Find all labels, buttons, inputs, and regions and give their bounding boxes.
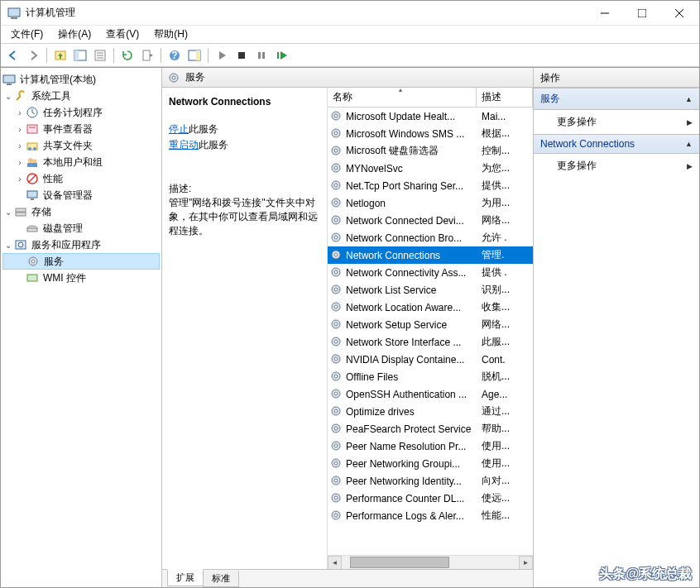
close-button[interactable]	[660, 1, 698, 25]
scroll-right-button[interactable]: ►	[519, 556, 533, 570]
service-desc: 控制...	[478, 144, 533, 158]
stop-service-button[interactable]	[233, 46, 251, 65]
stop-link[interactable]: 停止	[169, 123, 189, 135]
service-row[interactable]: Microsoft 键盘筛选器控制...	[328, 142, 533, 160]
svg-point-87	[334, 444, 338, 447]
collapse-icon[interactable]: ⌄	[2, 92, 14, 101]
refresh-button[interactable]	[118, 46, 137, 65]
service-name: MYNovelSvc	[346, 163, 478, 174]
start-service-button[interactable]	[213, 46, 231, 65]
service-row[interactable]: Peer Networking Groupi...使用...	[328, 455, 533, 472]
help-button[interactable]: ?	[165, 46, 184, 65]
tree-services-apps[interactable]: ⌄ 服务和应用程序	[2, 237, 160, 253]
show-hide-action-button[interactable]	[185, 46, 204, 65]
expand-icon[interactable]: ›	[14, 108, 26, 117]
service-row[interactable]: Microsoft Update Healt...Mai...	[328, 108, 533, 125]
up-button[interactable]	[51, 46, 70, 65]
maximize-button[interactable]	[623, 1, 660, 25]
tree-disk-mgmt[interactable]: 磁盘管理	[2, 220, 160, 237]
action-more-selected[interactable]: 更多操作 ▶	[534, 154, 699, 178]
service-row[interactable]: Microsoft Windows SMS ...根据...	[328, 125, 533, 142]
tree-system-tools[interactable]: ⌄ 系统工具	[2, 88, 160, 104]
gear-icon	[330, 388, 343, 401]
export-button[interactable]	[138, 46, 156, 65]
expand-icon[interactable]: ›	[14, 158, 26, 167]
service-row[interactable]: Network Connection Bro...允许 .	[328, 229, 533, 246]
column-name[interactable]: 名称	[328, 88, 477, 107]
service-row[interactable]: MYNovelSvc为您...	[328, 160, 533, 177]
service-row[interactable]: Network Setup Service网络...	[328, 316, 533, 333]
show-hide-tree-button[interactable]	[71, 46, 89, 65]
tab-extended[interactable]: 扩展	[167, 569, 204, 586]
menu-file[interactable]: 文件(F)	[4, 26, 50, 43]
service-row[interactable]: PeaFSearch Protect Service帮助...	[328, 420, 533, 437]
tree-local-users[interactable]: › 本地用户和组	[2, 154, 160, 170]
action-label: 更多操作	[557, 115, 597, 129]
menu-help[interactable]: 帮助(H)	[147, 26, 194, 43]
service-row[interactable]: Network Connected Devi...网络...	[328, 212, 533, 229]
service-row[interactable]: Network Connectivity Ass...提供 .	[328, 264, 533, 281]
tree-services[interactable]: 服务	[2, 253, 160, 270]
service-row[interactable]: Network Location Aware...收集...	[328, 299, 533, 316]
gear-icon	[330, 301, 343, 314]
service-row[interactable]: Performance Counter DL...使远...	[328, 490, 533, 507]
tree-task-scheduler[interactable]: › 任务计划程序	[2, 104, 160, 121]
tree-label: 本地用户和组	[41, 155, 103, 170]
tab-standard[interactable]: 标准	[203, 571, 239, 587]
actions-section-selected[interactable]: Network Connections ▲	[534, 134, 699, 154]
back-button[interactable]	[4, 46, 22, 65]
service-name: Microsoft Windows SMS ...	[346, 128, 478, 140]
collapse-icon[interactable]: ⌄	[2, 241, 14, 250]
scroll-track[interactable]	[342, 556, 519, 570]
column-desc[interactable]: 描述	[477, 88, 533, 107]
menu-action[interactable]: 操作(A)	[51, 26, 98, 43]
service-row[interactable]: Network Store Interface ...此服...	[328, 333, 533, 351]
service-row[interactable]: Optimize drives通过...	[328, 403, 533, 420]
service-row[interactable]: Peer Name Resolution Pr...使用...	[328, 437, 533, 455]
horizontal-scrollbar[interactable]: ◄ ►	[328, 555, 533, 569]
service-row[interactable]: Performance Logs & Aler...性能...	[328, 507, 533, 524]
tree-shared-folders[interactable]: › 共享文件夹	[2, 137, 160, 154]
collapse-icon: ▲	[685, 95, 693, 103]
restart-link[interactable]: 重启动	[169, 139, 199, 151]
gear-icon	[330, 110, 343, 123]
tree-device-manager[interactable]: 设备管理器	[2, 187, 160, 203]
middle-body: Network Connections 停止此服务 重启动此服务 描述: 管理"…	[162, 88, 533, 569]
service-row[interactable]: Network List Service识别...	[328, 281, 533, 299]
service-desc: 网络...	[478, 213, 533, 227]
tree-performance[interactable]: › 性能	[2, 170, 160, 187]
actions-section-services[interactable]: 服务 ▲	[534, 88, 699, 110]
service-row[interactable]: Peer Networking Identity...向对...	[328, 472, 533, 490]
service-row[interactable]: OpenSSH Authentication ...Age...	[328, 385, 533, 403]
svg-rect-13	[143, 50, 150, 60]
gear-icon	[330, 266, 343, 280]
svg-rect-1	[11, 17, 17, 19]
gear-icon	[330, 162, 343, 175]
list-body[interactable]: Microsoft Update Healt...Mai...Microsoft…	[328, 108, 533, 555]
service-row[interactable]: NVIDIA Display Containe...Cont.	[328, 351, 533, 368]
service-row[interactable]: Offline Files脱机...	[328, 368, 533, 385]
tree-root[interactable]: 计算机管理(本地)	[2, 71, 160, 88]
tree-event-viewer[interactable]: › 事件查看器	[2, 121, 160, 137]
tree-storage[interactable]: ⌄ 存储	[2, 203, 160, 220]
gear-icon	[26, 255, 40, 268]
tree-wmi[interactable]: WMI 控件	[2, 270, 160, 286]
expand-icon[interactable]: ›	[14, 174, 26, 184]
collapse-icon[interactable]: ⌄	[2, 208, 14, 217]
tree-label: 系统工具	[30, 89, 71, 103]
forward-button[interactable]	[24, 46, 42, 65]
service-row[interactable]: Netlogon为用...	[328, 194, 533, 212]
action-more-services[interactable]: 更多操作 ▶	[534, 110, 699, 134]
tree-label: 存储	[30, 205, 51, 219]
restart-service-button[interactable]	[272, 46, 290, 65]
expand-icon[interactable]: ›	[14, 125, 26, 134]
scroll-left-button[interactable]: ◄	[328, 556, 342, 570]
minimize-button[interactable]	[586, 1, 623, 25]
properties-button[interactable]	[91, 46, 109, 65]
scroll-thumb[interactable]	[350, 557, 449, 568]
menu-view[interactable]: 查看(V)	[99, 26, 146, 43]
pause-service-button[interactable]	[252, 46, 271, 65]
service-row[interactable]: Network Connections管理.	[328, 246, 533, 264]
service-row[interactable]: Net.Tcp Port Sharing Ser...提供...	[328, 177, 533, 194]
expand-icon[interactable]: ›	[14, 141, 26, 151]
